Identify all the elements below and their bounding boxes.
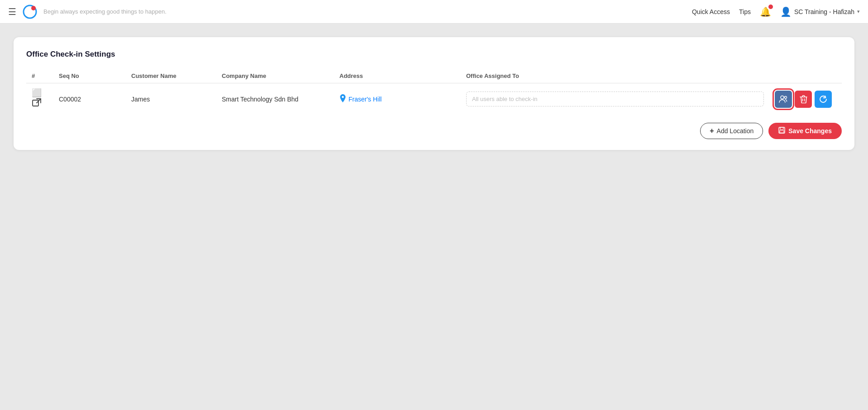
navbar-tagline: Begin always expecting good things to ha… (43, 8, 167, 15)
row-external-link-cell: ⬜ (26, 83, 53, 115)
svg-point-3 (781, 96, 784, 99)
row-actions (769, 83, 842, 115)
chevron-down-icon: ▾ (857, 9, 860, 14)
svg-point-4 (785, 96, 787, 98)
tips-link[interactable]: Tips (739, 8, 751, 15)
col-header-customer: Customer Name (126, 69, 216, 83)
quick-access-link[interactable]: Quick Access (692, 8, 730, 15)
user-avatar-icon: 👤 (780, 6, 792, 17)
card-title: Office Check-in Settings (26, 50, 842, 59)
row-customer-name: James (126, 83, 216, 115)
col-header-hash: # (26, 69, 53, 83)
address-link[interactable]: Fraser's Hill (339, 94, 455, 104)
row-office-assigned[interactable] (461, 83, 769, 115)
navbar-left: ☰ Begin always expecting good things to … (8, 5, 692, 19)
assign-users-button[interactable] (775, 91, 792, 108)
settings-table: # Seq No Customer Name Company Name Addr… (26, 69, 842, 115)
col-header-office: Office Assigned To (461, 69, 769, 83)
col-header-company: Company Name (216, 69, 334, 83)
save-icon (778, 127, 785, 135)
delete-button[interactable] (795, 91, 812, 108)
card-footer: + Add Location Save Changes (26, 123, 842, 139)
svg-rect-6 (780, 127, 783, 130)
user-menu-label: SC Training - Hafizah (794, 8, 854, 15)
table-body: ⬜ C00002 James Smart Technology Sdn Bhd (26, 83, 842, 115)
col-header-seq: Seq No (53, 69, 126, 83)
table-header: # Seq No Customer Name Company Name Addr… (26, 69, 842, 83)
action-buttons (775, 91, 836, 108)
address-text: Fraser's Hill (348, 96, 382, 103)
svg-point-1 (31, 6, 36, 10)
save-changes-label: Save Changes (788, 127, 832, 135)
pin-icon (339, 94, 346, 104)
add-location-button[interactable]: + Add Location (700, 123, 763, 139)
table-row: ⬜ C00002 James Smart Technology Sdn Bhd (26, 83, 842, 115)
navbar: ☰ Begin always expecting good things to … (0, 0, 868, 24)
col-header-address: Address (334, 69, 461, 83)
settings-card: Office Check-in Settings # Seq No Custom… (14, 37, 854, 150)
external-link-icon[interactable]: ⬜ (32, 88, 42, 110)
bell-icon[interactable]: 🔔 (760, 6, 771, 17)
col-header-actions (769, 69, 842, 83)
user-menu[interactable]: 👤 SC Training - Hafizah ▾ (780, 6, 860, 17)
hamburger-icon[interactable]: ☰ (8, 6, 16, 17)
svg-rect-2 (33, 100, 38, 106)
add-location-label: Add Location (717, 127, 754, 135)
refresh-button[interactable] (815, 91, 832, 108)
brand-logo[interactable] (23, 5, 37, 19)
svg-rect-7 (780, 130, 784, 133)
plus-icon: + (710, 127, 714, 135)
main-content: Office Check-in Settings # Seq No Custom… (0, 24, 868, 164)
bell-badge (768, 5, 773, 9)
office-assigned-input[interactable] (466, 92, 764, 106)
save-changes-button[interactable]: Save Changes (768, 123, 842, 139)
row-seq-no: C00002 (53, 83, 126, 115)
row-address: Fraser's Hill (334, 83, 461, 115)
row-company-name: Smart Technology Sdn Bhd (216, 83, 334, 115)
navbar-right: Quick Access Tips 🔔 👤 SC Training - Hafi… (692, 6, 860, 17)
